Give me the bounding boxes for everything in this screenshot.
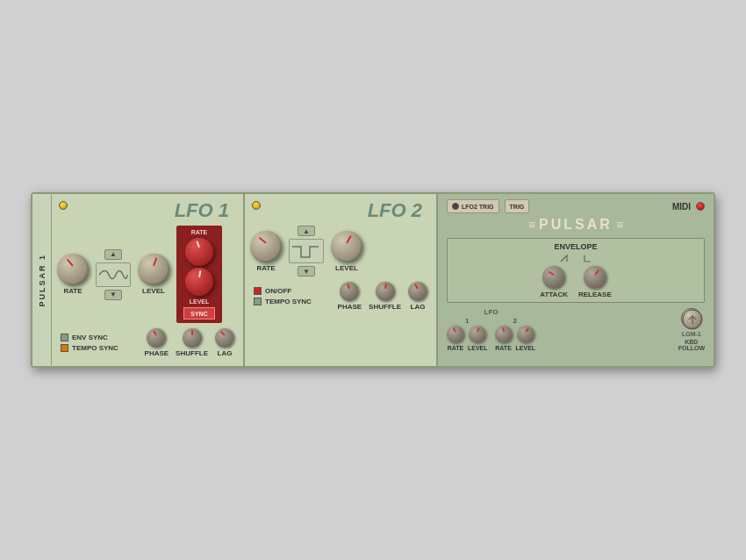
lfo1-env-sync-label: ENV SYNC <box>72 334 108 341</box>
trig-button[interactable]: TRIG <box>505 199 530 213</box>
lfo1-level-group: LEVEL <box>138 254 169 295</box>
lfo2-rate-sub-label: RATE <box>495 345 512 351</box>
lgm-label: LGM-1 <box>682 331 701 337</box>
lfo2-rate-group: RATE <box>250 231 282 272</box>
lfo2-trig-button[interactable]: LFO2 TRIG <box>447 199 499 213</box>
lfo2-bottom-knobs: PHASE SHUFFLE LAG <box>338 282 427 311</box>
lfo1-rate-sync-label: RATE <box>191 229 208 235</box>
release-group: RELEASE <box>578 266 612 298</box>
lfo1-title: LFO 1 <box>57 201 238 220</box>
lfo1-level-knob[interactable] <box>138 254 169 285</box>
lfo2-shuffle-knob[interactable] <box>376 282 395 301</box>
release-knob[interactable] <box>584 266 606 289</box>
pulsar-title: PULSAR <box>539 217 613 233</box>
lfo2-tempo-sync-label: TEMPO SYNC <box>265 298 312 305</box>
lfo1-sync-panel: RATE LEVEL SYNC <box>176 226 222 323</box>
lfo2-level-label: LEVEL <box>335 264 358 272</box>
attack-group: ATTACK <box>540 266 568 298</box>
lfo2-rate-sub-group: RATE <box>495 326 513 351</box>
lfo2-rate-knob[interactable] <box>250 231 282 262</box>
lfo1-sub-label: 1 <box>465 317 469 325</box>
lfo1-env-sync-checkbox[interactable] <box>61 334 68 341</box>
lfo1-rate-sync-knob[interactable] <box>185 238 213 266</box>
midi-label: MIDI <box>672 202 691 212</box>
lfo1-sync-button[interactable]: SYNC <box>183 307 215 319</box>
lfo1-lag-group: LAG <box>215 328 234 357</box>
lfo1-env-sync-row: ENV SYNC <box>61 334 118 341</box>
lfo2-on-off-checkbox[interactable] <box>254 287 262 295</box>
lfo2-on-off-row: ON/OFF <box>254 287 312 295</box>
trig-label: TRIG <box>510 204 525 210</box>
lfo2-sub-label: 2 <box>513 317 517 325</box>
lfo1-level-sync-label: LEVEL <box>190 298 210 305</box>
lfo1-rate-label: RATE <box>63 287 82 295</box>
lfo2-level-sub-label: LEVEL <box>516 345 536 351</box>
lfo1-level-sub-label: LEVEL <box>468 345 488 351</box>
lfo1-shuffle-group: SHUFFLE <box>176 328 208 357</box>
lfo2-title: LFO 2 <box>250 201 431 220</box>
lfo2-level-knob[interactable] <box>331 231 362 262</box>
kbd-follow-label: KBDFOLLOW <box>678 339 705 351</box>
midi-led <box>696 202 705 211</box>
lfo1-rate-knob[interactable] <box>57 254 89 285</box>
lfo2-phase-group: PHASE <box>338 282 362 311</box>
lfo2-shuffle-group: SHUFFLE <box>369 282 401 311</box>
attack-shape-icon <box>559 254 573 262</box>
lfo2-waveform-display <box>289 239 324 263</box>
lfo2-trig-led <box>452 203 459 210</box>
lfo1-lag-knob[interactable] <box>215 328 234 348</box>
lfo2-shuffle-label: SHUFFLE <box>369 303 401 311</box>
lfo2-tempo-sync-row: TEMPO SYNC <box>254 298 312 305</box>
pulsar-dashes-left: ≡ <box>528 218 535 232</box>
release-shape-icon <box>578 254 592 262</box>
lfo1-phase-knob[interactable] <box>147 328 166 348</box>
lfo1-shuffle-knob[interactable] <box>183 328 202 348</box>
lfo2-lag-label: LAG <box>411 303 426 311</box>
lfo1-level-sub-group: LEVEL <box>468 326 488 351</box>
lfo1-tempo-sync-label: TEMPO SYNC <box>72 344 118 352</box>
lfo2-level-group: LEVEL <box>331 231 362 272</box>
lfo2-rate-sub-knob[interactable] <box>495 326 513 343</box>
lfo1-lag-label: LAG <box>218 349 233 357</box>
lfo2-on-off-label: ON/OFF <box>265 287 291 295</box>
lfo2-phase-knob[interactable] <box>340 282 359 301</box>
lfo2-rate-label: RATE <box>256 264 275 272</box>
lfo1-waveform-down[interactable]: ▼ <box>104 290 122 300</box>
lfo1-phase-group: PHASE <box>145 328 169 357</box>
pulsar-section: LFO2 TRIG TRIG MIDI ≡ PULSAR ≡ ENVELOPE <box>438 194 714 366</box>
lfo2-level-sub-group: LEVEL <box>516 326 536 351</box>
release-label: RELEASE <box>578 291 612 298</box>
lfo1-level-sync-knob[interactable] <box>185 268 213 296</box>
synth-unit: PULSAR 1 LFO 1 RATE ▲ <box>31 192 715 368</box>
lfo1-shuffle-label: SHUFFLE <box>176 349 208 357</box>
lfo1-section: LFO 1 RATE ▲ ▼ <box>52 194 245 366</box>
lfo2-level-sub-knob[interactable] <box>517 326 534 343</box>
lfo1-level-sub-knob[interactable] <box>469 326 486 343</box>
attack-label: ATTACK <box>540 291 568 298</box>
lfo1-waveform-up[interactable]: ▲ <box>104 249 122 260</box>
lfo1-sync-button-label: SYNC <box>190 311 207 317</box>
lfo-sub-label: LFO <box>484 308 499 316</box>
lfo1-phase-label: PHASE <box>145 349 169 357</box>
lfo1-rate-group: RATE <box>57 254 89 295</box>
attack-knob[interactable] <box>542 266 565 289</box>
lfo2-waveform-up[interactable]: ▲ <box>298 226 315 236</box>
lfo1-level-label: LEVEL <box>142 287 165 295</box>
pulsar-dashes-right: ≡ <box>616 218 623 232</box>
lfo1-tempo-sync-checkbox[interactable] <box>61 344 68 352</box>
pulsar-strip-label: PULSAR 1 <box>38 254 47 307</box>
lfo1-rate-sub-knob[interactable] <box>447 326 464 343</box>
lfo2-lag-group: LAG <box>408 282 427 311</box>
kbd-symbol-icon <box>682 309 703 330</box>
lfo2-phase-label: PHASE <box>338 303 362 311</box>
lfo2-lag-knob[interactable] <box>408 282 427 301</box>
lfo1-rate-sub-group: RATE <box>447 326 464 351</box>
lfo2-led <box>252 201 261 210</box>
lfo2-trig-label: LFO2 TRIG <box>462 204 494 210</box>
lfo1-led <box>59 201 68 210</box>
pulsar-strip: PULSAR 1 <box>32 194 52 366</box>
lfo2-tempo-sync-checkbox[interactable] <box>254 298 262 305</box>
kbd-icon <box>681 308 702 329</box>
lfo1-bottom-knobs: PHASE SHUFFLE LAG <box>145 328 234 357</box>
lfo2-waveform-down[interactable]: ▼ <box>298 266 315 276</box>
